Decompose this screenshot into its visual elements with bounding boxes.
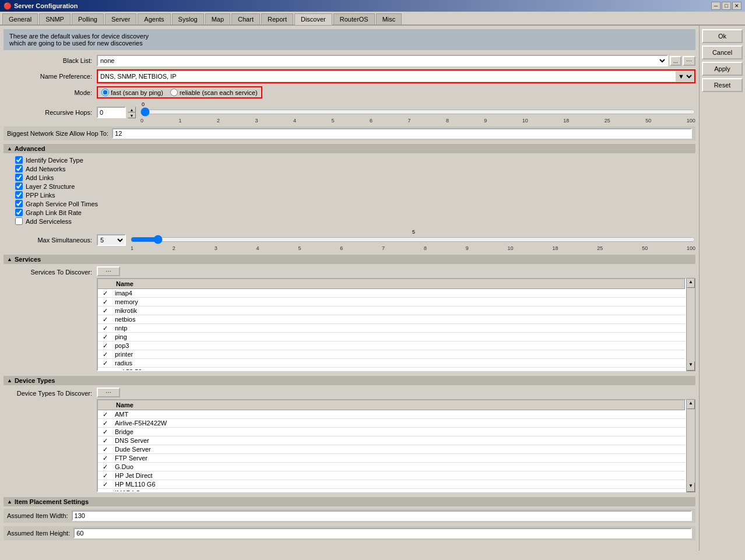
mode-fast-radio[interactable] (101, 89, 109, 96)
device-types-scrollbar[interactable]: ▲ ▼ (686, 399, 695, 492)
tab-routeros[interactable]: RouterOS (333, 13, 375, 24)
list-item[interactable]: ✓Bridge (98, 428, 685, 436)
max-simultaneous-spinbox-container: 5 (97, 234, 126, 246)
list-item[interactable]: ✓Airlive-F5H2422W (98, 419, 685, 428)
max-simultaneous-slider[interactable] (131, 234, 695, 245)
tab-bar: General SNMP Polling Server Agents Syslo… (0, 12, 745, 26)
list-item[interactable]: ✓memory (98, 298, 685, 307)
list-item[interactable]: ✓IMAP4 Server (98, 489, 685, 492)
identify-device-checkbox[interactable] (15, 156, 23, 164)
list-item[interactable]: ✓G.Duo (98, 463, 685, 471)
name-preference-input[interactable] (99, 71, 676, 82)
assumed-width-input[interactable] (72, 510, 692, 521)
device-types-section-header[interactable]: ▲ Device Types (3, 376, 695, 385)
recursive-hops-slider[interactable] (140, 106, 695, 118)
mode-box: fast (scan by ping) reliable (scan each … (97, 86, 262, 98)
recursive-hops-input[interactable] (97, 107, 126, 118)
assumed-width-label: Assumed Item Width: (7, 512, 68, 519)
checkbox-add-serviceless: Add Serviceless (3, 217, 695, 226)
mode-fast-label[interactable]: fast (scan by ping) (101, 89, 163, 96)
tab-agents[interactable]: Agents (138, 13, 170, 24)
biggest-network-input[interactable] (112, 128, 692, 139)
ppp-links-checkbox[interactable] (15, 191, 23, 199)
blacklist-edit-button[interactable]: ⋯ (683, 56, 695, 66)
tab-chart[interactable]: Chart (231, 13, 260, 24)
tab-syslog[interactable]: Syslog (172, 13, 204, 24)
ok-button[interactable]: Ok (702, 29, 743, 43)
list-item[interactable]: ✓FTP Server (98, 454, 685, 463)
mode-fast-text: fast (scan by ping) (111, 89, 163, 96)
checkbox-graph-link: Graph Link Bit Rate (3, 208, 695, 217)
add-serviceless-checkbox[interactable] (15, 217, 23, 225)
max-simultaneous-label: Max Simultaneous: (3, 237, 97, 244)
list-item[interactable]: ✓HP ML110 G6 (98, 480, 685, 489)
services-list-container: ⋯ Name ✓imap4 ✓memory ✓mikrotik ✓netbios… (97, 266, 695, 371)
device-types-list: Name ✓AMT ✓Airlive-F5H2422W ✓Bridge ✓DNS… (97, 399, 686, 492)
list-item[interactable]: ✓pop3 (98, 341, 685, 350)
list-item[interactable]: ✓DNS Server (98, 436, 685, 445)
apply-button[interactable]: Apply (702, 62, 743, 76)
ppp-links-label: PPP Links (26, 192, 55, 199)
blacklist-browse-button[interactable]: ... (670, 56, 681, 66)
close-button[interactable]: ✕ (732, 2, 742, 10)
blacklist-select[interactable]: none (97, 55, 668, 66)
item-placement-section-header[interactable]: ▲ Item Placement Settings (3, 497, 695, 506)
tab-misc[interactable]: Misc (376, 13, 402, 24)
recursive-hops-slider-labels: 0123 4567 891018 2550100 (140, 118, 695, 124)
mode-reliable-label[interactable]: reliable (scan each service) (170, 89, 258, 96)
tab-server[interactable]: Server (105, 13, 136, 24)
services-scrollbar[interactable]: ▲ ▼ (686, 278, 695, 371)
tab-discover[interactable]: Discover (294, 13, 332, 25)
device-types-to-discover-label: Device Types To Discover: (3, 388, 97, 397)
services-section-header[interactable]: ▲ Services (3, 255, 695, 264)
recursive-hops-row: Recursive Hops: ▲ ▼ 0 0123 4567 891018 2… (3, 101, 695, 124)
list-item[interactable]: ✓HP Jet Direct (98, 471, 685, 480)
list-item[interactable]: ✓netbios (98, 315, 685, 324)
advanced-section-header[interactable]: ▲ Advanced (3, 144, 695, 153)
biggest-network-label: Biggest Network Size Allow Hop To: (7, 130, 108, 137)
recursive-hops-down[interactable]: ▼ (128, 112, 136, 118)
name-preference-label: Name Preference: (3, 73, 97, 80)
minimize-button[interactable]: ─ (711, 2, 721, 10)
reset-button[interactable]: Reset (702, 78, 743, 92)
name-preference-dropdown[interactable]: ▼ (676, 71, 694, 82)
tab-snmp[interactable]: SNMP (39, 13, 71, 24)
cancel-button[interactable]: Cancel (702, 45, 743, 59)
info-line2: which are going to be used for new disco… (9, 40, 690, 47)
list-item[interactable]: ✓printer (98, 350, 685, 359)
mode-reliable-radio[interactable] (170, 89, 178, 96)
recursive-hops-up[interactable]: ▲ (128, 107, 136, 112)
list-item[interactable]: ✓AMT (98, 410, 685, 419)
tab-polling[interactable]: Polling (72, 13, 104, 24)
item-placement-section-label: Item Placement Settings (15, 498, 89, 505)
add-networks-checkbox[interactable] (15, 165, 23, 172)
max-simultaneous-select[interactable]: 5 (97, 234, 126, 246)
tab-general[interactable]: General (2, 13, 38, 24)
layer2-checkbox[interactable] (15, 182, 23, 190)
device-types-ellipsis-button[interactable]: ⋯ (97, 388, 120, 397)
services-collapse-arrow: ▲ (7, 256, 12, 262)
max-simultaneous-slider-container: 5 1234 5678 9101825 50100 (131, 229, 695, 251)
blacklist-row: Black List: none ... ⋯ (3, 55, 695, 66)
add-links-checkbox[interactable] (15, 174, 23, 181)
services-ellipsis-button[interactable]: ⋯ (97, 266, 120, 276)
list-item[interactable]: ✓Dude Server (98, 445, 685, 454)
recursive-hops-label: Recursive Hops: (3, 109, 97, 116)
graph-service-checkbox[interactable] (15, 200, 23, 207)
tab-report[interactable]: Report (261, 13, 293, 24)
tab-map[interactable]: Map (205, 13, 230, 24)
add-links-label: Add Links (26, 174, 54, 181)
list-item[interactable]: ✓radius (98, 359, 685, 368)
list-item[interactable]: ✓mikrotik (98, 307, 685, 315)
list-item[interactable]: ✓nntp (98, 324, 685, 333)
content-area: These are the default values for device … (0, 26, 699, 551)
info-box: These are the default values for device … (3, 29, 695, 50)
list-item[interactable]: ✓imap4 (98, 289, 685, 298)
assumed-height-input[interactable] (73, 528, 692, 538)
list-item[interactable]: ✓ping (98, 333, 685, 341)
mode-row: Mode: fast (scan by ping) reliable (scan… (3, 86, 695, 98)
device-types-name-header: Name (113, 400, 685, 410)
restore-button[interactable]: □ (722, 2, 731, 10)
list-item[interactable]: rnd 50:50 (98, 368, 685, 371)
graph-link-checkbox[interactable] (15, 209, 23, 216)
